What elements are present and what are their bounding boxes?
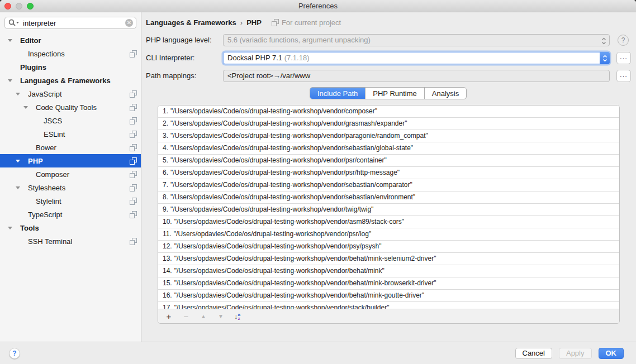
- project-settings-icon: [130, 184, 137, 191]
- path-row-text: "/Users/opdavies/Code/os/drupal-testing-…: [174, 291, 424, 299]
- close-window-button[interactable]: [4, 3, 11, 9]
- zoom-window-button[interactable]: [27, 3, 34, 9]
- sidebar-item-eslint[interactable]: ESLint: [0, 127, 141, 141]
- include-path-row[interactable]: 5."/Users/opdavies/Code/os/drupal-testin…: [158, 155, 619, 167]
- php-settings-tabs: Include PathPHP RuntimeAnalysis: [310, 87, 467, 99]
- sidebar-item-inspections[interactable]: Inspections: [0, 47, 141, 60]
- move-down-button[interactable]: ▼: [217, 313, 225, 319]
- php-language-level-select[interactable]: 5.6 (variadic functions, argument unpack…: [223, 34, 610, 46]
- ok-button[interactable]: OK: [599, 348, 624, 359]
- include-path-panel: 1."/Users/opdavies/Code/os/drupal-testin…: [158, 105, 620, 324]
- project-scope-label: For current project: [282, 18, 341, 27]
- sidebar-item-tools[interactable]: Tools: [0, 221, 141, 234]
- path-row-number: 11.: [163, 230, 172, 238]
- include-path-row[interactable]: 1."/Users/opdavies/Code/os/drupal-testin…: [158, 106, 619, 118]
- path-row-text: "/Users/opdavies/Code/os/drupal-testing-…: [170, 132, 428, 140]
- path-row-text: "/Users/opdavies/Code/os/drupal-testing-…: [174, 304, 390, 309]
- include-path-row[interactable]: 8."/Users/opdavies/Code/os/drupal-testin…: [158, 191, 619, 204]
- include-path-row[interactable]: 7."/Users/opdavies/Code/os/drupal-testin…: [158, 179, 619, 191]
- sidebar-item-plugins[interactable]: Plugins: [0, 60, 141, 74]
- path-mappings-field[interactable]: <Project root>→/var/www: [223, 70, 610, 82]
- path-row-text: "/Users/opdavies/Code/os/drupal-testing-…: [170, 193, 415, 201]
- sort-alphabetically-button[interactable]: ↓ a z: [234, 312, 240, 320]
- chevron-down-icon[interactable]: [16, 186, 28, 189]
- cli-interpreter-browse-button[interactable]: ...: [616, 52, 631, 64]
- path-row-number: 17.: [163, 304, 172, 309]
- include-path-row[interactable]: 16."/Users/opdavies/Code/os/drupal-testi…: [158, 290, 619, 302]
- include-path-row[interactable]: 12."/Users/opdavies/Code/os/drupal-testi…: [158, 241, 619, 253]
- path-row-number: 12.: [163, 242, 172, 250]
- path-row-number: 8.: [163, 193, 168, 201]
- apply-button: Apply: [559, 348, 592, 359]
- sidebar-item-label: Stylesheets: [28, 184, 65, 192]
- sidebar-item-javascript[interactable]: JavaScript: [0, 87, 141, 100]
- include-path-row[interactable]: 11."/Users/opdavies/Code/os/drupal-testi…: [158, 228, 619, 241]
- tab-include-path[interactable]: Include Path: [310, 88, 365, 99]
- sidebar-item-label: SSH Terminal: [28, 237, 72, 246]
- breadcrumb: Languages & Frameworks › PHP For current…: [146, 18, 341, 27]
- sidebar-item-composer[interactable]: Composer: [0, 167, 141, 181]
- chevron-down-icon[interactable]: [8, 39, 20, 42]
- include-path-row[interactable]: 9."/Users/opdavies/Code/os/drupal-testin…: [158, 204, 619, 216]
- php-language-level-value: 5.6 (variadic functions, argument unpack…: [227, 36, 371, 44]
- project-settings-icon: [130, 117, 137, 124]
- stepper-chevrons-icon[interactable]: [600, 52, 610, 64]
- project-settings-icon: [130, 238, 137, 245]
- sidebar-item-bower[interactable]: Bower: [0, 141, 141, 154]
- php-language-level-label: PHP language level:: [146, 34, 212, 46]
- help-icon[interactable]: ?: [618, 35, 629, 46]
- cancel-button[interactable]: Cancel: [515, 348, 552, 359]
- sidebar-item-code-quality-tools[interactable]: Code Quality Tools: [0, 100, 141, 114]
- sidebar-item-label: Composer: [36, 170, 69, 179]
- sidebar-item-stylesheets[interactable]: Stylesheets: [0, 181, 141, 194]
- settings-sidebar: ✕ EditorInspectionsPluginsLanguages & Fr…: [0, 12, 141, 342]
- chevron-down-icon[interactable]: [8, 227, 20, 229]
- chevron-down-icon[interactable]: [16, 160, 28, 162]
- window-controls: [4, 3, 34, 9]
- sidebar-item-php[interactable]: PHP: [0, 154, 141, 167]
- sidebar-item-stylelint[interactable]: Stylelint: [0, 194, 141, 208]
- path-row-number: 13.: [163, 255, 172, 262]
- include-path-row[interactable]: 2."/Users/opdavies/Code/os/drupal-testin…: [158, 118, 619, 130]
- tab-php-runtime[interactable]: PHP Runtime: [365, 88, 424, 99]
- tab-analysis[interactable]: Analysis: [424, 88, 466, 99]
- path-mappings-browse-button[interactable]: ...: [616, 70, 631, 82]
- project-settings-icon: [130, 157, 137, 165]
- sidebar-item-label: JSCS: [44, 117, 62, 125]
- include-path-row[interactable]: 17."/Users/opdavies/Code/os/drupal-testi…: [158, 302, 619, 309]
- include-path-row[interactable]: 3."/Users/opdavies/Code/os/drupal-testin…: [158, 130, 619, 142]
- sidebar-item-ssh-terminal[interactable]: SSH Terminal: [0, 234, 141, 248]
- chevron-down-icon[interactable]: [16, 93, 28, 95]
- include-path-row[interactable]: 4."/Users/opdavies/Code/os/drupal-testin…: [158, 142, 619, 155]
- search-input[interactable]: [4, 17, 136, 29]
- help-button[interactable]: ?: [9, 348, 20, 359]
- include-path-row[interactable]: 14."/Users/opdavies/Code/os/drupal-testi…: [158, 265, 619, 277]
- sidebar-item-jscs[interactable]: JSCS: [0, 114, 141, 127]
- path-row-number: 4.: [163, 144, 168, 152]
- path-row-text: "/Users/opdavies/Code/os/drupal-testing-…: [170, 156, 387, 164]
- settings-tree: EditorInspectionsPluginsLanguages & Fram…: [0, 33, 141, 248]
- include-path-row[interactable]: 13."/Users/opdavies/Code/os/drupal-testi…: [158, 253, 619, 265]
- sort-az-icon: a z: [238, 313, 240, 320]
- sidebar-item-typescript[interactable]: TypeScript: [0, 208, 141, 221]
- path-row-text: "/Users/opdavies/Code/os/drupal-testing-…: [170, 107, 377, 115]
- cli-interpreter-select[interactable]: Docksal PHP 7.1 (7.1.18): [223, 52, 610, 64]
- project-settings-icon: [130, 90, 137, 98]
- chevron-down-icon[interactable]: [8, 79, 20, 82]
- remove-path-button[interactable]: −: [182, 312, 190, 321]
- add-path-button[interactable]: +: [165, 312, 173, 321]
- sidebar-item-label: TypeScript: [28, 210, 62, 219]
- sidebar-item-languages-frameworks[interactable]: Languages & Frameworks: [0, 74, 141, 87]
- chevron-down-icon[interactable]: [23, 106, 36, 109]
- include-path-row[interactable]: 10."/Users/opdavies/Code/os/drupal-testi…: [158, 216, 619, 228]
- project-settings-icon: [130, 104, 137, 111]
- sidebar-item-editor[interactable]: Editor: [0, 33, 141, 47]
- path-row-text: "/Users/opdavies/Code/os/drupal-testing-…: [174, 255, 436, 262]
- include-path-row[interactable]: 6."/Users/opdavies/Code/os/drupal-testin…: [158, 167, 619, 179]
- breadcrumb-section[interactable]: Languages & Frameworks: [146, 18, 236, 27]
- move-up-button[interactable]: ▲: [200, 313, 207, 319]
- path-row-text: "/Users/opdavies/Code/os/drupal-testing-…: [170, 181, 412, 189]
- include-path-row[interactable]: 15."/Users/opdavies/Code/os/drupal-testi…: [158, 277, 619, 290]
- clear-search-icon[interactable]: ✕: [125, 19, 133, 27]
- sidebar-item-label: Inspections: [28, 50, 65, 58]
